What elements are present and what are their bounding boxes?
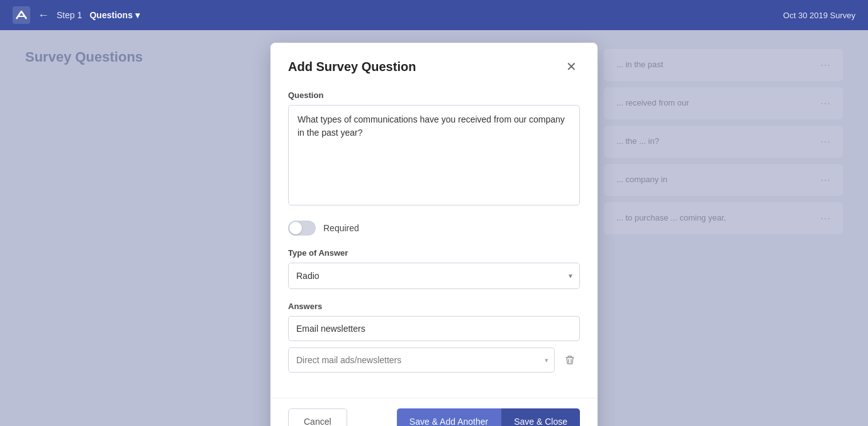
question-label: Question: [288, 90, 580, 100]
answer-row-2: ▾: [288, 347, 580, 373]
required-toggle[interactable]: [288, 221, 316, 236]
step-label: Step 1: [57, 10, 82, 20]
required-row: Required: [288, 221, 580, 236]
answer-type-select-wrapper: Radio Checkbox Text Scale Date ▾: [288, 263, 580, 289]
question-textarea[interactable]: [288, 105, 580, 205]
back-button[interactable]: ←: [38, 9, 49, 22]
answer-type-select[interactable]: Radio Checkbox Text Scale Date: [288, 263, 580, 289]
answer-input-2[interactable]: [288, 347, 555, 373]
add-survey-question-modal: Add Survey Question ✕ Question Required: [270, 43, 598, 426]
modal-header: Add Survey Question ✕: [270, 43, 598, 85]
save-button-group: Save & Add Another Save & Close: [397, 408, 580, 426]
topbar: ← Step 1 Questions ▾ Oct 30 2019 Survey: [0, 0, 868, 30]
modal-footer: Cancel Save & Add Another Save & Close: [270, 398, 598, 426]
required-label: Required: [323, 223, 359, 233]
question-group: Question: [288, 90, 580, 208]
modal-body: Question Required Type of Answer Radio: [270, 85, 598, 398]
answer-input-1[interactable]: [288, 316, 580, 341]
svg-rect-0: [13, 6, 30, 24]
cancel-button[interactable]: Cancel: [288, 408, 347, 426]
save-close-button[interactable]: Save & Close: [501, 408, 580, 426]
answer-row-1: [288, 316, 580, 341]
answers-group: Answers ▾: [288, 302, 580, 373]
answer-input-2-wrapper: ▾: [288, 347, 555, 373]
chevron-down-icon: ▾: [135, 10, 140, 20]
main-content: Survey Questions ... in the past ⋯ ... r…: [0, 30, 868, 426]
modal-overlay: Add Survey Question ✕ Question Required: [0, 30, 868, 426]
toggle-thumb: [289, 222, 302, 234]
type-of-answer-group: Type of Answer Radio Checkbox Text Scale…: [288, 248, 580, 289]
survey-date: Oct 30 2019 Survey: [783, 11, 855, 20]
save-add-another-button[interactable]: Save & Add Another: [397, 408, 501, 426]
delete-answer-button[interactable]: [560, 350, 580, 370]
logo-icon: [13, 6, 30, 24]
answers-label: Answers: [288, 302, 580, 311]
questions-nav-label: Questions: [89, 10, 132, 20]
modal-close-button[interactable]: ✕: [562, 58, 580, 75]
trash-icon: [565, 355, 575, 365]
modal-title: Add Survey Question: [288, 60, 416, 74]
questions-nav[interactable]: Questions ▾: [89, 10, 139, 20]
topbar-left: ← Step 1 Questions ▾: [13, 6, 140, 24]
type-of-answer-label: Type of Answer: [288, 248, 580, 258]
